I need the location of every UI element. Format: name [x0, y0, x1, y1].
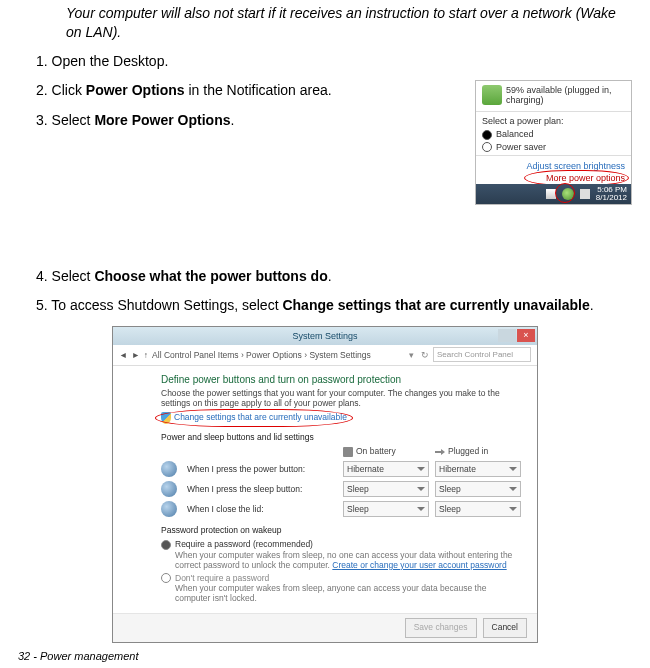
- radio-require[interactable]: [161, 540, 171, 550]
- radio-balanced: [482, 130, 492, 140]
- more-power-options-link[interactable]: More power options: [546, 173, 625, 183]
- step-3-post: .: [231, 112, 235, 128]
- pw-noreq-desc: When your computer wakes from sleep, any…: [175, 583, 515, 603]
- page-footer: 32 - Power management: [18, 650, 138, 662]
- step-1: 1. Open the Desktop.: [36, 52, 632, 72]
- tray-volume-icon[interactable]: [580, 189, 590, 199]
- plan-balanced[interactable]: Balanced: [476, 128, 631, 141]
- step-2-post: in the Notification area.: [185, 82, 332, 98]
- plug-icon: [435, 447, 445, 457]
- lid-plugged-select[interactable]: Sleep: [435, 501, 521, 517]
- step-5-bold: Change settings that are currently unava…: [282, 297, 589, 313]
- minimize-button[interactable]: [498, 329, 516, 342]
- adjust-brightness-link[interactable]: Adjust screen brightness: [476, 160, 631, 172]
- lid-icon: [161, 501, 177, 517]
- pw-noreq-option: Don't require a password When your compu…: [161, 573, 515, 604]
- radio-noreq[interactable]: [161, 573, 171, 583]
- row-sleep-label: When I press the sleep button:: [187, 484, 337, 494]
- chevron-down-icon: [509, 467, 517, 471]
- content-subtext: Choose the power settings that you want …: [161, 388, 515, 408]
- search-input[interactable]: Search Control Panel: [433, 347, 531, 362]
- pw-require-title: Require a password (recommended): [175, 539, 313, 549]
- battery-icon: [343, 447, 353, 457]
- plan-power-saver[interactable]: Power saver: [476, 141, 631, 154]
- section-password-title: Password protection on wakeup: [161, 525, 515, 535]
- chevron-down-icon: [417, 507, 425, 511]
- pw-require-desc: When your computer wakes from sleep, no …: [175, 550, 515, 570]
- section-buttons-title: Power and sleep buttons and lid settings: [161, 432, 515, 442]
- tray-flag-icon[interactable]: [546, 189, 556, 199]
- chevron-down-icon: [509, 487, 517, 491]
- screenshot-power-popup: 59% available (plugged in, charging) Sel…: [475, 80, 632, 205]
- save-button[interactable]: Save changes: [405, 618, 477, 638]
- tray-clock[interactable]: 5:06 PM8/1/2012: [596, 186, 627, 202]
- breadcrumb[interactable]: All Control Panel Items › Power Options …: [152, 350, 405, 360]
- window-titlebar: System Settings ×: [113, 327, 537, 345]
- step-2-pre: 2. Click: [36, 82, 86, 98]
- step-5: 5. To access Shutdown Settings, select C…: [36, 296, 632, 316]
- content-heading: Define power buttons and turn on passwor…: [161, 374, 515, 385]
- pw-require-option: Require a password (recommended) When yo…: [161, 539, 515, 570]
- step-3-bold: More Power Options: [94, 112, 230, 128]
- step-4-pre: 4. Select: [36, 268, 94, 284]
- window-title: System Settings: [292, 331, 357, 341]
- nav-back-icon[interactable]: ◄: [119, 350, 127, 360]
- step-2-bold: Power Options: [86, 82, 185, 98]
- window-nav: ◄ ► ↑ All Control Panel Items › Power Op…: [113, 345, 537, 366]
- change-settings-text: Change settings that are currently unava…: [174, 412, 347, 422]
- sleep-button-icon: [161, 481, 177, 497]
- step-4: 4. Select Choose what the power buttons …: [36, 267, 632, 287]
- power-battery-select[interactable]: Hibernate: [343, 461, 429, 477]
- col-plugged-in: Plugged in: [435, 446, 521, 457]
- chevron-down-icon: [509, 507, 517, 511]
- cancel-button[interactable]: Cancel: [483, 618, 527, 638]
- sleep-plugged-select[interactable]: Sleep: [435, 481, 521, 497]
- battery-status-icon: [482, 85, 502, 105]
- row-power-label: When I press the power button:: [187, 464, 337, 474]
- step-5-post: .: [590, 297, 594, 313]
- intro-note: Your computer will also not start if it …: [66, 4, 632, 42]
- pw-noreq-title: Don't require a password: [175, 573, 269, 583]
- nav-up-icon[interactable]: ↑: [144, 350, 148, 360]
- step-4-bold: Choose what the power buttons do: [94, 268, 327, 284]
- tray-power-icon[interactable]: [562, 188, 574, 200]
- nav-fwd-icon[interactable]: ►: [131, 350, 139, 360]
- power-settings-grid: On battery Plugged in When I press the p…: [161, 446, 515, 517]
- step-4-post: .: [328, 268, 332, 284]
- power-plugged-select[interactable]: Hibernate: [435, 461, 521, 477]
- sleep-battery-select[interactable]: Sleep: [343, 481, 429, 497]
- step-3-pre: 3. Select: [36, 112, 94, 128]
- power-button-icon: [161, 461, 177, 477]
- change-settings-link[interactable]: Change settings that are currently unava…: [161, 412, 347, 424]
- col-on-battery: On battery: [343, 446, 429, 457]
- select-plan-label: Select a power plan:: [476, 116, 631, 128]
- create-password-link[interactable]: Create or change your user account passw…: [332, 560, 506, 570]
- radio-saver: [482, 142, 492, 152]
- lid-battery-select[interactable]: Sleep: [343, 501, 429, 517]
- screenshot-system-settings: System Settings × ◄ ► ↑ All Control Pane…: [112, 326, 538, 644]
- shield-icon: [161, 412, 171, 424]
- taskbar: 5:06 PM8/1/2012: [476, 184, 631, 204]
- battery-status-text: 59% available (plugged in, charging): [506, 85, 625, 105]
- row-lid-label: When I close the lid:: [187, 504, 337, 514]
- chevron-down-icon: [417, 467, 425, 471]
- chevron-down-icon: [417, 487, 425, 491]
- button-row: Save changes Cancel: [113, 613, 537, 642]
- close-button[interactable]: ×: [517, 329, 535, 342]
- step-5-pre: 5. To access Shutdown Settings, select: [36, 297, 282, 313]
